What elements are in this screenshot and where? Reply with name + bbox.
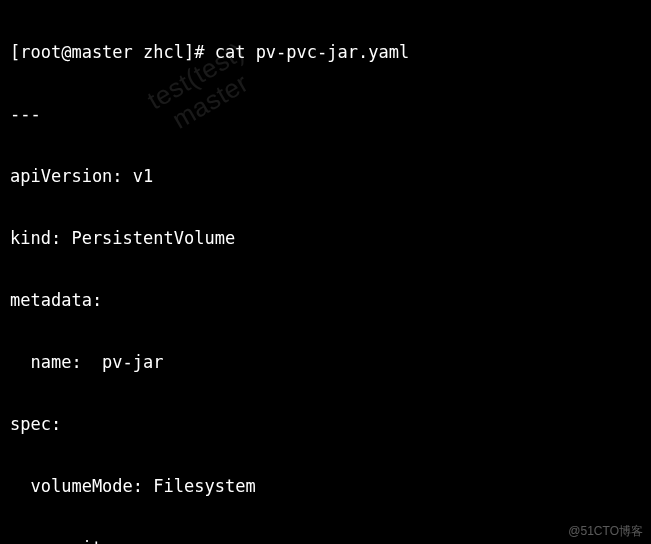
yaml-line: spec: [10,409,641,440]
terminal-output: [root@master zhcl]# cat pv-pvc-jar.yaml … [0,0,651,544]
prompt-line: [root@master zhcl]# cat pv-pvc-jar.yaml [10,37,641,68]
yaml-line: apiVersion: v1 [10,161,641,192]
yaml-line: volumeMode: Filesystem [10,471,641,502]
yaml-line: kind: PersistentVolume [10,223,641,254]
yaml-line: --- [10,99,641,130]
yaml-line: metadata: [10,285,641,316]
yaml-line: name: pv-jar [10,347,641,378]
yaml-line: capacity: [10,533,641,544]
